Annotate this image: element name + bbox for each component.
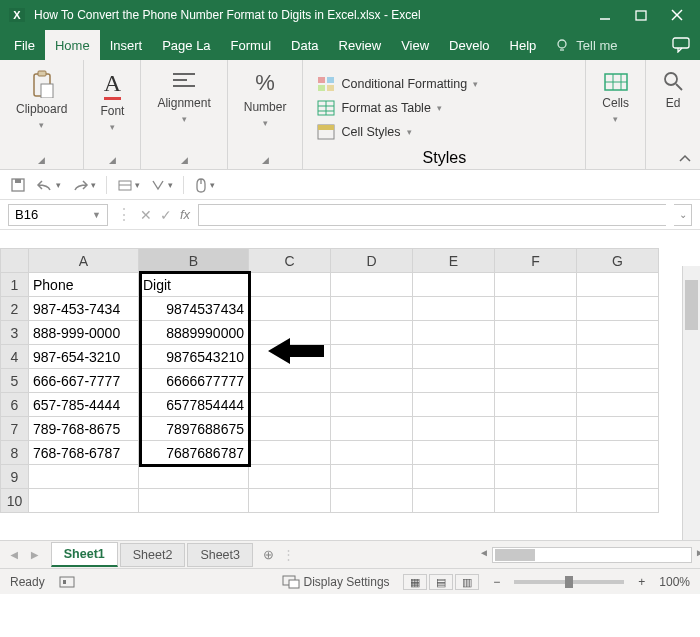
close-button[interactable]	[670, 8, 684, 22]
cell[interactable]	[495, 345, 577, 369]
cell[interactable]	[249, 465, 331, 489]
touch-mouse-mode-button[interactable]: ▾	[194, 177, 215, 193]
cell[interactable]	[249, 297, 331, 321]
cell[interactable]	[577, 345, 659, 369]
cell[interactable]	[495, 273, 577, 297]
col-header-f[interactable]: F	[495, 249, 577, 273]
cell[interactable]	[577, 273, 659, 297]
cell[interactable]	[331, 393, 413, 417]
col-header-c[interactable]: C	[249, 249, 331, 273]
cell[interactable]	[577, 297, 659, 321]
cell[interactable]	[495, 489, 577, 513]
cell[interactable]	[249, 441, 331, 465]
cell[interactable]	[413, 417, 495, 441]
cell[interactable]	[413, 465, 495, 489]
row-header[interactable]: 10	[1, 489, 29, 513]
row-header[interactable]: 2	[1, 297, 29, 321]
cell[interactable]	[413, 441, 495, 465]
grid-table[interactable]: A B C D E F G 1PhoneDigit 2987-453-74349…	[0, 248, 659, 513]
cell[interactable]: 888-999-0000	[29, 321, 139, 345]
cell[interactable]	[495, 393, 577, 417]
cell[interactable]	[249, 393, 331, 417]
tab-formulas[interactable]: Formul	[221, 30, 281, 60]
sheet-tab-2[interactable]: Sheet2	[120, 543, 186, 567]
col-header-d[interactable]: D	[331, 249, 413, 273]
conditional-formatting-button[interactable]: Conditional Formatting ▾	[313, 74, 575, 94]
sheet-tab-1[interactable]: Sheet1	[51, 542, 118, 567]
cell[interactable]: 6666677777	[139, 369, 249, 393]
cell[interactable]: 666-667-7777	[29, 369, 139, 393]
cell[interactable]	[413, 321, 495, 345]
cell[interactable]: 9874537434	[139, 297, 249, 321]
vertical-scrollbar[interactable]	[682, 266, 700, 540]
col-header-g[interactable]: G	[577, 249, 659, 273]
row-header[interactable]: 6	[1, 393, 29, 417]
cell[interactable]: 789-768-8675	[29, 417, 139, 441]
cell[interactable]	[331, 489, 413, 513]
cell[interactable]	[331, 465, 413, 489]
view-page-break-button[interactable]: ▥	[455, 574, 479, 590]
cell[interactable]	[139, 465, 249, 489]
view-page-layout-button[interactable]: ▤	[429, 574, 453, 590]
tab-review[interactable]: Review	[329, 30, 392, 60]
format-as-table-button[interactable]: Format as Table ▾	[313, 98, 575, 118]
zoom-in-button[interactable]: +	[638, 575, 645, 589]
alignment-button[interactable]: Alignment ▾	[151, 66, 216, 128]
view-normal-button[interactable]: ▦	[403, 574, 427, 590]
cell[interactable]: Phone	[29, 273, 139, 297]
tab-data[interactable]: Data	[281, 30, 328, 60]
tab-view[interactable]: View	[391, 30, 439, 60]
cells-button[interactable]: Cells ▾	[596, 66, 635, 128]
cell[interactable]	[331, 441, 413, 465]
cell[interactable]: 768-768-6787	[29, 441, 139, 465]
name-box-dropdown-icon[interactable]: ▼	[92, 210, 101, 220]
row-header[interactable]: 3	[1, 321, 29, 345]
cell[interactable]	[495, 321, 577, 345]
cell[interactable]	[249, 489, 331, 513]
cell[interactable]	[577, 321, 659, 345]
tab-help[interactable]: Help	[500, 30, 547, 60]
cell[interactable]: 7687686787	[139, 441, 249, 465]
cell[interactable]	[331, 273, 413, 297]
row-header[interactable]: 9	[1, 465, 29, 489]
qat-button-4[interactable]: ▾	[117, 178, 140, 192]
enter-formula-icon[interactable]: ✓	[160, 207, 172, 223]
cell[interactable]: 9876543210	[139, 345, 249, 369]
zoom-level[interactable]: 100%	[659, 575, 690, 589]
comments-icon[interactable]	[672, 37, 690, 53]
cell[interactable]: 7897688675	[139, 417, 249, 441]
horizontal-scrollbar[interactable]: ◄ ►	[492, 547, 692, 563]
row-header[interactable]: 4	[1, 345, 29, 369]
cell[interactable]	[495, 465, 577, 489]
cell[interactable]	[331, 345, 413, 369]
cell-styles-button[interactable]: Cell Styles ▾	[313, 122, 575, 142]
zoom-out-button[interactable]: −	[493, 575, 500, 589]
cell[interactable]	[413, 369, 495, 393]
minimize-button[interactable]	[598, 8, 612, 22]
cell[interactable]	[331, 321, 413, 345]
cell[interactable]	[413, 297, 495, 321]
cell[interactable]	[29, 465, 139, 489]
tab-developer[interactable]: Develo	[439, 30, 499, 60]
tell-me-label[interactable]: Tell me	[576, 38, 617, 53]
cell[interactable]: Digit	[139, 273, 249, 297]
cell[interactable]: 987-654-3210	[29, 345, 139, 369]
col-header-e[interactable]: E	[413, 249, 495, 273]
qat-button-5[interactable]: ▾	[150, 178, 173, 192]
cell[interactable]	[139, 489, 249, 513]
editing-button[interactable]: Ed	[656, 66, 690, 114]
cell[interactable]	[577, 369, 659, 393]
number-launcher-icon[interactable]: ◢	[262, 155, 269, 165]
cell[interactable]	[331, 369, 413, 393]
cell[interactable]	[495, 417, 577, 441]
cell[interactable]	[413, 393, 495, 417]
cell[interactable]	[249, 273, 331, 297]
formula-input[interactable]	[198, 204, 666, 226]
zoom-slider[interactable]	[514, 580, 624, 584]
row-header[interactable]: 7	[1, 417, 29, 441]
row-header[interactable]: 1	[1, 273, 29, 297]
number-button[interactable]: % Number ▾	[238, 66, 293, 132]
cell[interactable]	[413, 345, 495, 369]
cell[interactable]: 657-785-4444	[29, 393, 139, 417]
lightbulb-icon[interactable]	[554, 37, 570, 53]
